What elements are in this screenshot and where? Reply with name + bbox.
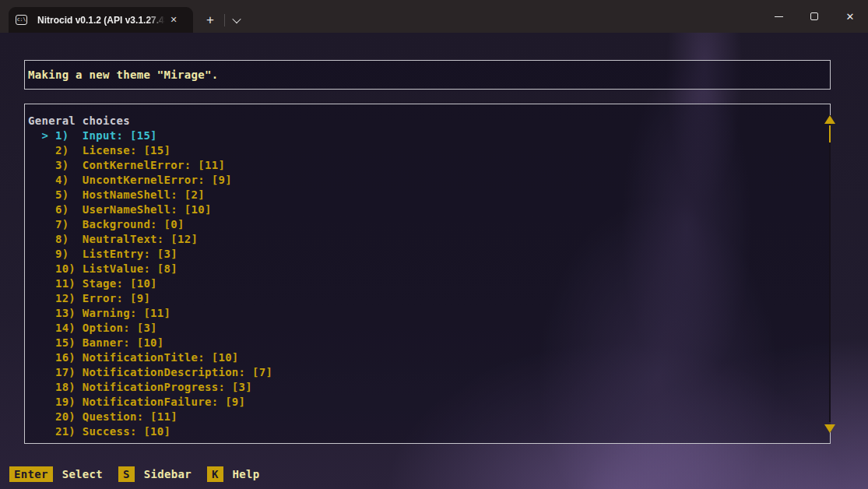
titlebar: c:\ Nitrocid v0.1.2 (API v3.1.27.48) ✕ +…: [0, 0, 868, 33]
box-border-segment: [830, 104, 831, 115]
choice-item-7[interactable]: 7) Background: [0]: [28, 217, 831, 232]
window-controls: ✕: [761, 0, 868, 33]
key-label: Select: [62, 467, 103, 482]
choice-item-12[interactable]: 12) Error: [9]: [28, 291, 831, 306]
tab-dropdown-button[interactable]: [225, 7, 248, 33]
choice-item-2[interactable]: 2) License: [15]: [28, 143, 831, 158]
choice-item-13[interactable]: 13) Warning: [11]: [28, 306, 831, 321]
key-label: Help: [233, 467, 260, 482]
key-badge[interactable]: K: [207, 466, 223, 482]
tab-title: Nitrocid v0.1.2 (API v3.1.27.48): [37, 15, 165, 26]
choice-item-20[interactable]: 20) Question: [11]: [28, 410, 831, 424]
choice-item-15[interactable]: 15) Banner: [10]: [28, 336, 831, 350]
choice-item-3[interactable]: 3) ContKernelError: [11]: [28, 158, 831, 173]
choice-item-17[interactable]: 17) NotificationDescription: [7]: [28, 365, 831, 380]
choice-item-16[interactable]: 16) NotificationTitle: [10]: [28, 350, 831, 365]
choices-list: > 1) Input: [15] 2) License: [15] 3) Con…: [28, 128, 831, 439]
new-tab-button[interactable]: +: [196, 7, 224, 33]
terminal-icon: c:\: [16, 15, 27, 25]
scrollbar-thumb: [829, 125, 831, 142]
choices-title: General choices: [28, 114, 831, 128]
choice-item-8[interactable]: 8) NeutralText: [12]: [28, 232, 831, 247]
choice-item-6[interactable]: 6) UserNameShell: [10]: [28, 202, 831, 217]
key-binding: SSidebar: [118, 466, 192, 482]
choice-item-14[interactable]: 14) Option: [3]: [28, 321, 831, 336]
key-binding: KHelp: [207, 466, 260, 482]
maximize-icon: [810, 12, 818, 20]
choice-item-5[interactable]: 5) HostNameShell: [2]: [28, 188, 831, 202]
message-box: Making a new theme "Mirage".: [24, 60, 831, 90]
choice-item-11[interactable]: 11) Stage: [10]: [28, 276, 831, 291]
key-badge[interactable]: S: [118, 466, 135, 482]
choice-item-18[interactable]: 18) NotificationProgress: [3]: [28, 380, 831, 395]
minimize-button[interactable]: [761, 0, 796, 33]
chevron-down-icon: [232, 14, 241, 23]
terminal-screen: Making a new theme "Mirage". General cho…: [0, 33, 868, 489]
key-badge[interactable]: Enter: [9, 466, 53, 482]
choice-item-21[interactable]: 21) Success: [10]: [28, 424, 831, 439]
scroll-up-icon[interactable]: [824, 115, 835, 124]
choice-item-1[interactable]: > 1) Input: [15]: [28, 128, 831, 143]
statusbar: EnterSelectSSidebarKHelp: [9, 466, 276, 482]
minimize-icon: [775, 16, 783, 17]
scroll-down-icon[interactable]: [824, 424, 835, 433]
tab-close-icon[interactable]: ✕: [167, 13, 181, 27]
close-button[interactable]: ✕: [832, 0, 868, 33]
key-label: Sidebar: [144, 467, 192, 482]
choice-item-4[interactable]: 4) UncontKernelError: [9]: [28, 173, 831, 188]
key-binding: EnterSelect: [9, 466, 103, 482]
tab-nitrocid[interactable]: c:\ Nitrocid v0.1.2 (API v3.1.27.48) ✕: [9, 7, 193, 33]
message-text: Making a new theme "Mirage".: [28, 68, 218, 83]
choice-item-19[interactable]: 19) NotificationFailure: [9]: [28, 395, 831, 410]
scrollbar-track: [829, 125, 831, 422]
choices-box: General choices > 1) Input: [15] 2) Lice…: [24, 104, 831, 444]
maximize-button[interactable]: [796, 0, 832, 33]
box-border-segment: [830, 432, 831, 444]
terminal-window: c:\ Nitrocid v0.1.2 (API v3.1.27.48) ✕ +…: [0, 0, 868, 489]
choice-item-10[interactable]: 10) ListValue: [8]: [28, 262, 831, 276]
close-icon: ✕: [846, 11, 855, 23]
choice-item-9[interactable]: 9) ListEntry: [3]: [28, 247, 831, 262]
